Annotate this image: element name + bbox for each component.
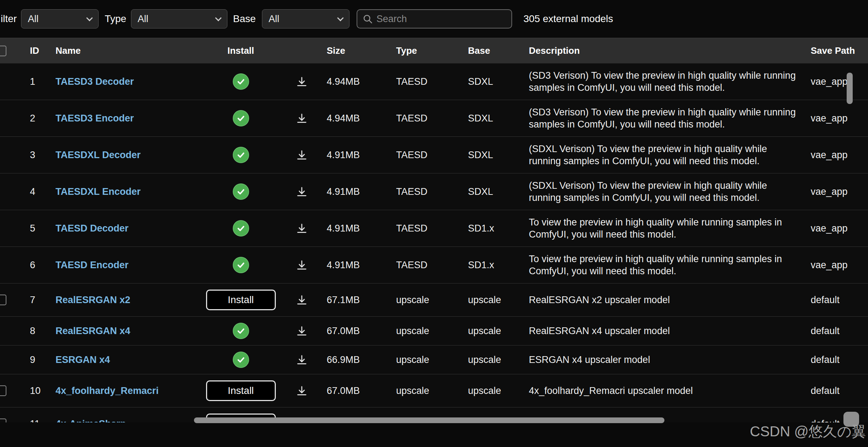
- model-name-link[interactable]: RealESRGAN x4: [56, 326, 130, 336]
- row-description: (SD3 Verison) To view the preview in hig…: [523, 106, 805, 130]
- installed-check-icon: [233, 352, 249, 368]
- table-row: 1 TAESD3 Decoder 4.94MB TAESD SDXL (SD3 …: [0, 63, 868, 100]
- row-base: upscale: [462, 295, 523, 306]
- type-dropdown-value: All: [138, 14, 148, 25]
- vertical-scrollbar[interactable]: [847, 73, 853, 104]
- row-size: 67.0MB: [321, 326, 390, 337]
- row-description: (SD3 Verison) To view the preview in hig…: [523, 69, 805, 94]
- row-type: TAESD: [390, 260, 462, 271]
- filter-dropdown[interactable]: All: [21, 9, 99, 28]
- row-save-path: default: [805, 385, 868, 396]
- row-size: 4.91MB: [321, 260, 390, 271]
- installed-check-icon: [233, 110, 249, 126]
- table-body: 1 TAESD3 Decoder 4.94MB TAESD SDXL (SD3 …: [0, 63, 868, 422]
- row-size: 4.91MB: [321, 186, 390, 197]
- table-row: 9 ESRGAN x4 66.9MB upscale upscale ESRGA…: [0, 345, 868, 374]
- row-checkbox-cell: [0, 150, 22, 160]
- base-dropdown[interactable]: All: [262, 9, 349, 28]
- row-checkbox-cell: [0, 326, 22, 336]
- download-icon[interactable]: [296, 76, 308, 88]
- model-name-link[interactable]: TAESD Decoder: [56, 223, 128, 234]
- header-name: Name: [50, 45, 199, 56]
- type-dropdown[interactable]: All: [131, 9, 227, 28]
- row-description: RealESRGAN x4 upscaler model: [523, 325, 805, 337]
- row-base: upscale: [462, 326, 523, 337]
- table-row: 8 RealESRGAN x4 67.0MB upscale upscale R…: [0, 317, 868, 345]
- install-status-cell: [199, 220, 282, 237]
- row-base: SDXL: [462, 186, 523, 197]
- table-row: 2 TAESD3 Encoder 4.94MB TAESD SDXL (SD3 …: [0, 100, 868, 137]
- row-checkbox[interactable]: [0, 295, 6, 305]
- row-size: 66.9MB: [321, 354, 390, 365]
- model-name-link[interactable]: TAESDXL Decoder: [56, 150, 141, 160]
- model-name-link[interactable]: TAESD3 Decoder: [56, 76, 134, 87]
- installed-check-icon: [233, 323, 249, 339]
- row-checkbox-cell: [0, 295, 22, 305]
- row-base: upscale: [462, 385, 523, 396]
- row-checkbox-cell: [0, 113, 22, 124]
- download-icon[interactable]: [296, 112, 308, 124]
- download-icon[interactable]: [296, 222, 308, 234]
- header-description: Description: [523, 45, 805, 56]
- row-checkbox-cell: [0, 354, 22, 365]
- row-checkbox-cell: [0, 186, 22, 197]
- row-size: 4.94MB: [321, 113, 390, 124]
- table-row: 6 TAESD Encoder 4.91MB TAESD SD1.x To vi…: [0, 247, 868, 284]
- row-id: 5: [22, 223, 50, 234]
- row-id: 4: [22, 186, 50, 197]
- search-input[interactable]: [377, 14, 506, 25]
- model-name-link[interactable]: 4x-AnimeSharp: [56, 419, 126, 423]
- install-status-cell: [199, 73, 282, 90]
- row-base: SD1.x: [462, 223, 523, 234]
- download-icon[interactable]: [296, 385, 308, 397]
- install-status-cell: Install: [199, 290, 282, 310]
- row-checkbox[interactable]: [0, 385, 6, 396]
- table-row: 10 4x_foolhardy_Remacri Install 67.0MB u…: [0, 374, 868, 407]
- model-name-link[interactable]: ESRGAN x4: [56, 354, 110, 365]
- select-all-checkbox[interactable]: [0, 46, 6, 56]
- download-icon[interactable]: [296, 325, 308, 337]
- installed-check-icon: [233, 73, 249, 90]
- filter-toolbar: ilter All Type All Base All 305 external…: [0, 0, 868, 38]
- model-name-link[interactable]: RealESRGAN x2: [56, 295, 130, 305]
- row-size: 4.94MB: [321, 76, 390, 87]
- download-icon[interactable]: [296, 259, 308, 271]
- row-save-path: vae_app: [805, 76, 868, 87]
- row-type: TAESD: [390, 150, 462, 161]
- model-name-link[interactable]: TAESDXL Encoder: [56, 186, 141, 197]
- row-id: 7: [22, 295, 50, 306]
- filter-dropdown-value: All: [28, 14, 38, 25]
- row-id: 6: [22, 260, 50, 271]
- row-description: (SDXL Verison) To view the preview in hi…: [523, 180, 805, 204]
- row-base: SDXL: [462, 76, 523, 87]
- header-size: Size: [321, 45, 390, 56]
- row-checkbox-cell: [0, 385, 22, 396]
- row-description: To view the preview in high quality whil…: [523, 253, 805, 277]
- download-icon[interactable]: [296, 186, 308, 198]
- download-icon[interactable]: [296, 149, 308, 161]
- row-checkbox[interactable]: [0, 419, 6, 422]
- installed-check-icon: [233, 183, 249, 200]
- row-type: TAESD: [390, 223, 462, 234]
- download-icon[interactable]: [296, 354, 308, 366]
- row-size: 4.91MB: [321, 223, 390, 234]
- type-label: Type: [105, 13, 126, 25]
- search-box[interactable]: [357, 9, 512, 28]
- search-icon: [362, 14, 373, 24]
- model-name-link[interactable]: TAESD Encoder: [56, 260, 128, 270]
- install-status-cell: [199, 323, 282, 339]
- models-table: ID Name Install Size Type Base Descripti…: [0, 38, 868, 422]
- row-checkbox-cell: [0, 260, 22, 270]
- table-row: 3 TAESDXL Decoder 4.91MB TAESD SDXL (SDX…: [0, 137, 868, 173]
- install-button[interactable]: Install: [206, 290, 276, 310]
- install-status-cell: [199, 352, 282, 368]
- row-size: 67.1MB: [321, 295, 390, 306]
- horizontal-scrollbar[interactable]: [194, 417, 664, 423]
- model-name-link[interactable]: 4x_foolhardy_Remacri: [56, 385, 159, 396]
- chevron-down-icon: [86, 15, 93, 21]
- row-type: upscale: [390, 385, 462, 396]
- install-button[interactable]: Install: [206, 380, 276, 401]
- model-name-link[interactable]: TAESD3 Encoder: [56, 113, 134, 124]
- chevron-down-icon: [337, 15, 343, 21]
- download-icon[interactable]: [296, 294, 308, 306]
